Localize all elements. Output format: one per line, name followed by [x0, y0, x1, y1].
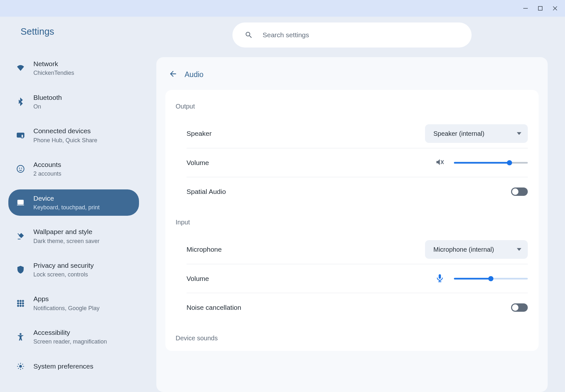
- microphone-label: Microphone: [187, 246, 222, 253]
- section-title-input: Input: [165, 219, 539, 235]
- sidebar-item-sub: Phone Hub, Quick Share: [33, 136, 97, 144]
- output-volume-slider[interactable]: [454, 160, 528, 166]
- dropdown-arrow-icon: [517, 131, 521, 136]
- dropdown-arrow-icon: [517, 247, 521, 252]
- sidebar-item-sub: On: [33, 103, 62, 110]
- sidebar-item-privacy[interactable]: Privacy and security Lock screen, contro…: [8, 257, 139, 283]
- sidebar-item-accounts[interactable]: Accounts 2 accounts: [8, 156, 139, 182]
- content-card: Audio Output Speaker Speaker (internal) …: [156, 57, 548, 392]
- svg-point-20: [20, 333, 22, 335]
- laptop-icon: [16, 198, 25, 207]
- svg-point-21: [20, 365, 22, 368]
- volume-mute-icon[interactable]: [435, 158, 444, 168]
- account-icon: [16, 164, 25, 173]
- search-input[interactable]: Search settings: [232, 22, 472, 48]
- svg-point-17: [17, 305, 19, 307]
- style-icon: [16, 232, 25, 241]
- svg-point-13: [22, 300, 24, 302]
- sidebar-item-label: Network: [33, 59, 74, 68]
- shield-icon: [16, 265, 25, 274]
- input-volume-row: Volume: [187, 264, 528, 293]
- sidebar-item-label: Device: [33, 194, 100, 203]
- sidebar-item-label: Accounts: [33, 160, 61, 169]
- sidebar-item-bluetooth[interactable]: Bluetooth On: [8, 89, 139, 115]
- sidebar-item-sub: Notifications, Google Play: [33, 304, 100, 312]
- speaker-value: Speaker (internal): [433, 130, 484, 137]
- input-volume-slider[interactable]: [454, 275, 528, 282]
- sidebar-item-accessibility[interactable]: Accessibility Screen reader, magnificati…: [8, 324, 139, 350]
- page-title: Audio: [185, 70, 204, 79]
- sidebar-item-device[interactable]: Device Keyboard, touchpad, print: [8, 189, 139, 216]
- sidebar-item-label: Apps: [33, 294, 100, 303]
- window-minimize-button[interactable]: [518, 2, 533, 15]
- devices-icon: [16, 131, 25, 140]
- sidebar-item-label: System preferences: [33, 362, 93, 371]
- svg-point-7: [19, 168, 20, 169]
- search-placeholder: Search settings: [263, 31, 309, 39]
- speaker-row: Speaker Speaker (internal): [187, 119, 528, 148]
- sidebar-item-label: Bluetooth: [33, 93, 62, 102]
- section-title-output: Output: [165, 103, 539, 119]
- svg-point-12: [20, 300, 21, 302]
- output-volume-row: Volume: [187, 148, 528, 177]
- sidebar-item-label: Wallpaper and style: [33, 227, 100, 236]
- svg-point-14: [17, 302, 19, 304]
- sidebar-item-connected-devices[interactable]: Connected devices Phone Hub, Quick Share: [8, 122, 139, 149]
- output-volume-label: Volume: [187, 159, 209, 167]
- svg-point-8: [21, 168, 22, 169]
- sidebar-item-apps[interactable]: Apps Notifications, Google Play: [8, 290, 139, 317]
- sidebar-item-system[interactable]: System preferences: [8, 357, 139, 375]
- noise-cancellation-toggle[interactable]: [511, 303, 528, 312]
- back-button[interactable]: [169, 69, 178, 80]
- wifi-icon: [16, 64, 25, 73]
- microphone-icon[interactable]: [435, 274, 444, 284]
- svg-point-18: [20, 305, 21, 307]
- window-close-button[interactable]: [548, 2, 562, 15]
- speaker-label: Speaker: [187, 130, 212, 137]
- svg-rect-5: [21, 134, 23, 138]
- settings-panel: Output Speaker Speaker (internal) Volume: [165, 90, 539, 351]
- sidebar: Settings Network ChickenTendies Bluetoot…: [0, 17, 156, 392]
- sidebar-item-wallpaper[interactable]: Wallpaper and style Dark theme, screen s…: [8, 223, 139, 249]
- arrow-left-icon: [169, 69, 178, 78]
- svg-point-19: [22, 305, 24, 307]
- microphone-dropdown[interactable]: Microphone (internal): [425, 240, 528, 259]
- section-title-device-sounds: Device sounds: [165, 335, 539, 351]
- main-area: Search settings Audio Output Speaker Spe…: [156, 17, 565, 392]
- accessibility-icon: [16, 332, 25, 341]
- sidebar-item-label: Privacy and security: [33, 261, 94, 270]
- sidebar-item-sub: Lock screen, controls: [33, 271, 94, 278]
- input-volume-label: Volume: [187, 275, 209, 283]
- apps-grid-icon: [16, 299, 25, 308]
- spatial-audio-label: Spatial Audio: [187, 188, 226, 196]
- window-maximize-button[interactable]: [533, 2, 548, 15]
- noise-cancellation-row: Noise cancellation: [187, 293, 528, 322]
- svg-point-11: [17, 300, 19, 302]
- window-titlebar: [0, 0, 565, 17]
- spatial-audio-toggle[interactable]: [511, 187, 528, 196]
- microphone-row: Microphone Microphone (internal): [187, 235, 528, 264]
- spatial-audio-row: Spatial Audio: [187, 177, 528, 206]
- svg-point-15: [20, 302, 21, 304]
- svg-rect-1: [538, 6, 542, 10]
- svg-point-6: [17, 165, 24, 172]
- microphone-value: Microphone (internal): [433, 246, 494, 253]
- svg-rect-9: [18, 200, 23, 204]
- sidebar-item-label: Accessibility: [33, 328, 107, 337]
- sidebar-item-network[interactable]: Network ChickenTendies: [8, 55, 139, 82]
- svg-point-16: [22, 302, 24, 304]
- speaker-dropdown[interactable]: Speaker (internal): [425, 124, 528, 143]
- sidebar-item-sub: 2 accounts: [33, 170, 61, 178]
- noise-cancellation-label: Noise cancellation: [187, 304, 241, 311]
- app-title: Settings: [0, 26, 156, 55]
- sidebar-item-sub: Screen reader, magnification: [33, 338, 107, 345]
- gear-icon: [16, 362, 25, 371]
- search-icon: [245, 31, 253, 39]
- sidebar-item-sub: Dark theme, screen saver: [33, 237, 100, 245]
- bluetooth-icon: [16, 97, 25, 106]
- sidebar-item-label: Connected devices: [33, 126, 97, 135]
- nav-list: Network ChickenTendies Bluetooth On: [0, 55, 156, 375]
- sidebar-item-sub: Keyboard, touchpad, print: [33, 204, 100, 211]
- sidebar-item-sub: ChickenTendies: [33, 69, 74, 77]
